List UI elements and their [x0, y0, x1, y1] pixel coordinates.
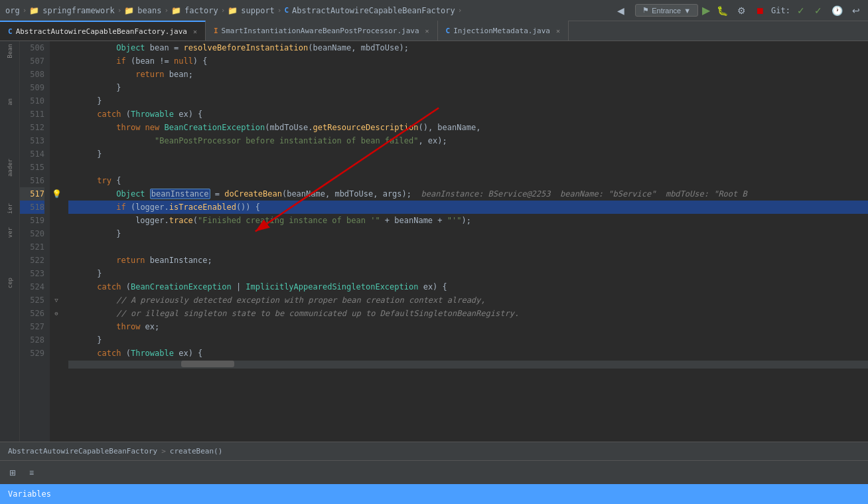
linenum-526: 526 — [20, 307, 44, 320]
tab-close-1[interactable]: ✕ — [193, 28, 197, 35]
breadcrumb-springframework[interactable]: 📁 springframework — [29, 6, 114, 15]
git-refresh[interactable]: ↩ — [849, 4, 863, 17]
breadcrumb-class[interactable]: C AbstractAutowireCapableBeanFactory — [284, 6, 455, 15]
back-button[interactable]: ◀ — [611, 4, 631, 17]
sep4: › — [221, 6, 226, 15]
git-check1[interactable]: ✓ — [794, 4, 808, 17]
folder-icon-1: 📁 — [29, 6, 39, 15]
grid-icon: ⊞ — [9, 468, 16, 477]
linenum-522: 522 — [20, 254, 44, 267]
code-line-514: } — [68, 147, 868, 161]
linenum-516: 516 — [20, 174, 44, 187]
tab-injection-metadata[interactable]: C InjectionMetadata.java ✕ — [438, 21, 569, 41]
code-line-517: Object beanInstance = doCreateBean(beanN… — [68, 187, 868, 201]
scrollbar-thumb[interactable] — [181, 361, 234, 367]
stop-button[interactable]: ⏹ — [753, 4, 767, 17]
tab-close-2[interactable]: ✕ — [425, 27, 429, 35]
factory-label: factory — [184, 6, 218, 15]
sep2: › — [117, 6, 122, 15]
icon-522 — [50, 254, 63, 267]
tab-label-2: SmartInstantiationAwareBeanPostProcessor… — [222, 27, 419, 35]
linenum-520: 520 — [20, 227, 44, 240]
code-line-506: Object bean = resolveBeforeInstantiation… — [68, 41, 868, 54]
breadcrumb-status-bar: AbstractAutowireCapableBeanFactory > cre… — [0, 442, 868, 460]
class-icon: C — [284, 6, 289, 15]
code-line-528: } — [68, 333, 868, 347]
tab-abstract-bean-factory[interactable]: C AbstractAutowireCapableBeanFactory.jav… — [0, 21, 206, 41]
icon-516 — [50, 174, 63, 187]
nav-actions: ◀ ⚑ Entrance ▼ ▶ 🐛 ⚙ ⏹ Git: ✓ ✓ 🕐 ↩ — [611, 4, 863, 17]
sep6: › — [458, 6, 463, 15]
git-check2[interactable]: ✓ — [812, 4, 825, 17]
breadcrumb-beans[interactable]: 📁 beans — [124, 6, 161, 15]
icon-525: ▽ — [50, 294, 63, 307]
editor-area: Bean an aader ier ver cep 506 507 508 50… — [0, 41, 868, 442]
line-numbers: 506 507 508 509 510 511 512 513 514 515 … — [20, 41, 50, 442]
icon-519 — [50, 214, 63, 227]
linenum-514: 514 — [20, 147, 44, 161]
sep1: › — [23, 6, 27, 15]
git-history[interactable]: 🕐 — [829, 4, 845, 17]
fold-icon-1: ▽ — [54, 297, 58, 303]
folder-icon-4: 📁 — [228, 6, 238, 15]
code-line-510: } — [68, 94, 868, 108]
icon-513 — [50, 134, 63, 147]
code-line-524: catch (BeanCreationException | Implicitl… — [68, 280, 868, 294]
run-button[interactable]: ▶ — [702, 4, 710, 17]
profile-button[interactable]: ⚙ — [735, 4, 749, 17]
code-line-521 — [68, 240, 868, 254]
icon-518 — [50, 201, 63, 214]
org-label: org — [5, 6, 20, 15]
icon-527 — [50, 320, 63, 333]
code-content[interactable]: Object bean = resolveBeforeInstantiation… — [63, 41, 868, 442]
code-line-508: return bean; — [68, 68, 868, 81]
linenum-528: 528 — [20, 333, 44, 347]
support-label: support — [241, 6, 275, 15]
breadcrumb-support[interactable]: 📁 support — [228, 6, 275, 15]
code-line-513: "BeanPostProcessor before instantiation … — [68, 134, 868, 147]
code-line-509: } — [68, 81, 868, 94]
grid-view-button[interactable]: ⊞ — [5, 466, 20, 479]
tab-close-3[interactable]: ✕ — [556, 27, 560, 35]
code-line-511: catch (Throwable ex) { — [68, 108, 868, 121]
icon-521 — [50, 240, 63, 254]
linenum-509: 509 — [20, 81, 44, 94]
folder-icon-2: 📁 — [124, 6, 134, 15]
linenum-525: 525 — [20, 294, 44, 307]
linenum-517: 517 — [20, 187, 44, 201]
linenum-506: 506 — [20, 41, 44, 54]
springframework-label: springframework — [42, 6, 114, 15]
breadcrumb-org[interactable]: org — [5, 6, 20, 15]
tab-smart-instantiation[interactable]: I SmartInstantiationAwareBeanPostProcess… — [206, 21, 438, 41]
code-editor: 506 507 508 509 510 511 512 513 514 515 … — [20, 41, 868, 442]
code-line-526: // or illegal singleton state to be comm… — [68, 307, 868, 320]
horizontal-scrollbar[interactable] — [68, 361, 868, 369]
entrance-label: Entrance — [652, 7, 681, 15]
list-view-button[interactable]: ≡ — [25, 466, 38, 479]
icon-517: 💡 — [50, 187, 63, 201]
fold-icon-2: ⊖ — [54, 310, 58, 317]
icon-508 — [50, 68, 63, 81]
tab-label-1: AbstractAutowireCapableBeanFactory.java — [16, 27, 187, 36]
debug-button[interactable]: 🐛 — [714, 4, 731, 17]
entrance-button[interactable]: ⚑ Entrance ▼ — [635, 4, 698, 17]
status-class: AbstractAutowireCapableBeanFactory — [8, 447, 157, 456]
entrance-icon: ⚑ — [642, 6, 649, 15]
git-label: Git: — [771, 6, 790, 15]
beans-label: beans — [137, 6, 161, 15]
breadcrumb-factory[interactable]: 📁 factory — [171, 6, 218, 15]
linenum-513: 513 — [20, 134, 44, 147]
icon-520 — [50, 227, 63, 240]
linenum-508: 508 — [20, 68, 44, 81]
gutter-bean-label: Bean — [7, 44, 13, 58]
bulb-icon[interactable]: 💡 — [52, 189, 62, 199]
code-line-512: throw new BeanCreationException(mbdToUse… — [68, 121, 868, 134]
linenum-515: 515 — [20, 161, 44, 174]
linenum-512: 512 — [20, 121, 44, 134]
code-line-523: } — [68, 267, 868, 280]
code-line-518: if (logger.isTraceEnabled()) { — [68, 201, 868, 214]
icon-528 — [50, 333, 63, 347]
code-line-516: try { — [68, 174, 868, 187]
icon-511 — [50, 108, 63, 121]
icon-506 — [50, 41, 63, 54]
